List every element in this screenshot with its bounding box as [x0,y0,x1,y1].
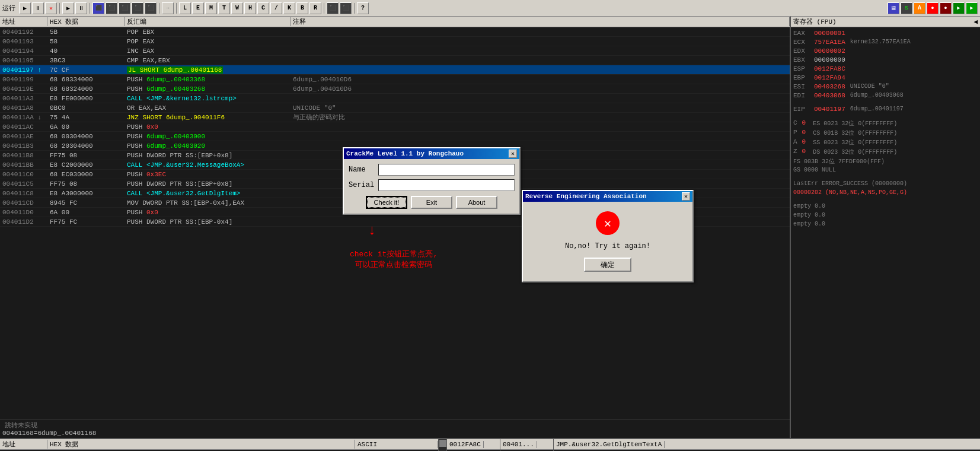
col-hex-header: HEX 数据 [47,17,125,26]
tb-red2[interactable]: ● [940,2,952,14]
tb-net[interactable]: 🖥 [888,2,899,14]
row-hex: 8945 FC [47,199,125,207]
col-addr-header: 地址 [0,17,47,26]
toolbar-label: 运行 [2,4,15,12]
rea-body: ✕ No,no! Try it again! 确定 [523,202,692,281]
crackme-title: CrackMe Level 1.1 by Rongchauo [346,150,464,157]
tb-b1[interactable]: ⬛ [92,2,104,14]
disasm-header: 地址 HEX 数据 反汇编 注释 [0,17,790,27]
row-addr: 004011B3 [0,142,47,150]
row-addr: 004011B8 [0,152,47,159]
row-disasm: INC EAX [125,47,291,55]
tb-T[interactable]: T [218,2,230,14]
table-row-current[interactable]: 00401197 ↑ 7C CF JL SHORT 6dump_.0040116… [0,65,790,75]
table-row[interactable]: 004011AA ↓ 75 4A JNZ SHORT 6dump_.004011… [0,113,790,122]
row-addr: 00401199 [0,76,47,83]
row-addr: 00401193 [0,38,47,45]
exit-button[interactable]: Exit [411,196,452,209]
reg-eflags: 00000202 (NO,NB,NE,A,NS,PO,GE,G) [793,188,978,197]
reg-title: 寄存器 (FPU) [793,17,837,26]
rea-ok-button[interactable]: 确定 [584,258,631,272]
serial-input[interactable] [378,179,515,191]
tb-stop[interactable]: ✕ [45,2,57,14]
row-addr: 004011A3 [0,95,47,102]
tb-pause[interactable]: ⏸ [32,2,44,14]
tb-g1[interactable]: ⬛ [327,2,339,14]
table-row[interactable]: 00401199 68 68334000 PUSH 6dump_.0040336… [0,75,790,84]
row-comment: 6dump_.004010D6 [291,85,790,93]
stack-comment-header: JMP.&user32.GetDlgItemTextA [554,439,980,450]
tb-slash[interactable]: / [270,2,282,14]
rea-close-button[interactable]: ✕ [682,192,690,201]
tb-grn1[interactable]: ▶ [953,2,965,14]
row-hex: E8 C2000000 [47,161,125,169]
flag-row-1: C 0 ES 0023 32位 0(FFFFFFFF) [793,119,978,128]
jump-info-label: 跳转未实现 [2,421,40,430]
table-row[interactable]: 004011AE 68 00304000 PUSH 6dump_.0040300… [0,132,790,141]
row-addr: 004011BB [0,161,47,169]
row-addr: 00401194 [0,47,47,55]
reg-eip: EIP 00401197 6dump_.00401197 [793,104,978,113]
tb-stepin[interactable]: ▶ [62,2,74,14]
stack-addr-panel: 0012FA8C 0012FA90 0012FA94 0012FA98 0012… [447,439,500,451]
tb-B[interactable]: B [296,2,308,14]
tb-grn2[interactable]: ▶ [966,2,978,14]
reg-edi: EDI 00403068 6dump_.00403068 [793,91,978,100]
tb-s1[interactable]: S [901,2,912,14]
table-row-call[interactable]: 004011A3 E8 FE000000 CALL <JMP.&kerne132… [0,94,790,103]
row-disasm: CALL <JMP.&user32.GetDlgItem> [125,190,291,197]
tb-c1[interactable]: → [162,2,174,14]
tb-b4[interactable]: ⬛ [132,2,143,14]
hex-scrollbar[interactable] [439,439,447,451]
tb-run[interactable]: ▶ [19,2,31,14]
table-row[interactable]: 00401192 5B POP EBX [0,27,790,37]
row-hex: 68 68324000 [47,85,125,93]
row-hex: 5B [47,28,125,36]
table-row[interactable]: 00401194 40 INC EAX [0,46,790,56]
table-row[interactable]: 004011AC 6A 00 PUSH 0x0 [0,122,790,132]
tb-E[interactable]: E [192,2,204,14]
reg-collapse-icon[interactable]: ◀ [973,18,978,26]
tb-CC[interactable]: C [257,2,269,14]
tb-red1[interactable]: ● [927,2,938,14]
row-addr: 004011CD [0,199,47,207]
hex-ascii-header: ASCII [355,441,438,448]
table-row[interactable]: 00401195 3BC3 CMP EAX,EBX [0,56,790,65]
tb-g2[interactable]: ⬛ [340,2,352,14]
tb-stepover[interactable]: ⏸ [75,2,87,14]
tb-K[interactable]: K [283,2,295,14]
row-addr: 004011C8 [0,190,47,197]
crackme-dialog[interactable]: CrackMe Level 1.1 by Rongchauo ✕ Name Se… [343,147,521,215]
about-button[interactable]: About [456,196,497,209]
row-disasm: PUSH 0x0 [125,209,291,216]
serial-field-row: Serial [349,179,515,191]
reg-header: 寄存器 (FPU) ◀ [791,17,980,27]
name-input[interactable] [378,164,515,176]
reg-ebx: EBX 00000000 [793,55,978,64]
tb-M[interactable]: M [205,2,217,14]
tb-a1[interactable]: A [914,2,925,14]
table-row[interactable]: 004011A8 0BC0 OR EAX,EAX UNICODE "0" [0,103,790,113]
tb-W[interactable]: W [231,2,243,14]
tb-b2[interactable]: ⬛ [106,2,117,14]
row-disasm: PUSH DWORD PTR SS:[EBP+0x8] [125,152,291,159]
row-disasm: PUSH 0x0 [125,123,291,131]
rea-dialog[interactable]: Reverse Engineering Association ✕ ✕ No,n… [522,190,694,282]
row-hex: 68 68334000 [47,76,125,83]
tb-H[interactable]: H [244,2,256,14]
row-hex: 68 00304000 [47,133,125,140]
crackme-close-button[interactable]: ✕ [509,150,517,158]
tb-b3[interactable]: ⬛ [119,2,130,14]
tb-R[interactable]: R [309,2,321,14]
crackme-buttons: Check it! Exit About [349,196,515,209]
row-hex: FF75 08 [47,152,125,159]
reg-edx: EDX 00000002 [793,46,978,55]
tb-help[interactable]: ? [357,2,369,14]
tb-b5[interactable]: ⬛ [145,2,157,14]
check-button[interactable]: Check it! [366,196,407,209]
table-row[interactable]: 0040119E 68 68324000 PUSH 6dump_.0040326… [0,84,790,94]
table-row[interactable]: 00401193 58 POP EAX [0,37,790,46]
row-hex: E8 FE000000 [47,95,125,102]
tb-L[interactable]: L [179,2,191,14]
hex-data-header: HEX 数据 [47,440,355,449]
